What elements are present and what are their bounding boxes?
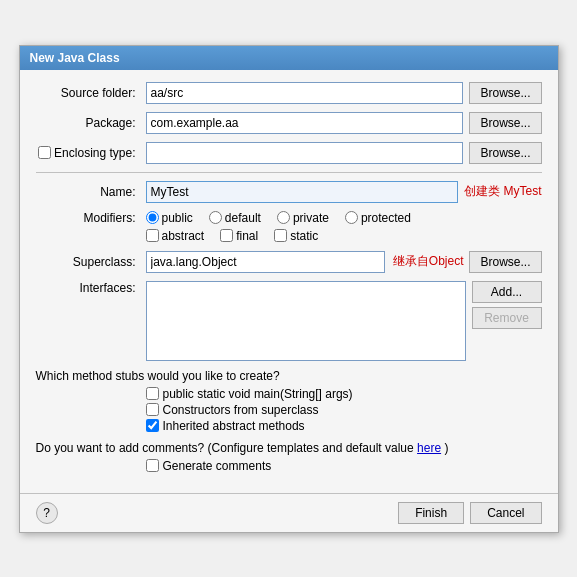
modifiers-section: public default private protected xyxy=(146,211,411,243)
comments-section: Do you want to add comments? (Configure … xyxy=(36,441,542,473)
stubs-inherited-checkbox[interactable] xyxy=(146,419,159,432)
superclass-input[interactable] xyxy=(146,251,385,273)
modifier-default-label[interactable]: default xyxy=(209,211,261,225)
modifiers-row: Modifiers: public default private xyxy=(36,211,542,243)
modifier-private-radio[interactable] xyxy=(277,211,290,224)
modifier-protected-label[interactable]: protected xyxy=(345,211,411,225)
stubs-inherited-option: Inherited abstract methods xyxy=(146,419,542,433)
stubs-constructors-option: Constructors from superclass xyxy=(146,403,542,417)
source-folder-label: Source folder: xyxy=(36,86,146,100)
comments-title: Do you want to add comments? (Configure … xyxy=(36,441,542,455)
dialog-body: Source folder: Browse... Package: Browse… xyxy=(20,70,558,493)
stubs-inherited-label: Inherited abstract methods xyxy=(163,419,305,433)
comments-link[interactable]: here xyxy=(417,441,441,455)
name-input[interactable] xyxy=(146,181,459,203)
footer-right: Finish Cancel xyxy=(398,502,541,524)
cancel-button[interactable]: Cancel xyxy=(470,502,541,524)
stubs-main-checkbox[interactable] xyxy=(146,387,159,400)
generate-comments-label: Generate comments xyxy=(163,459,272,473)
superclass-browse-button[interactable]: Browse... xyxy=(469,251,541,273)
modifier-static-label[interactable]: static xyxy=(274,229,318,243)
superclass-row: Superclass: 继承自Object Browse... xyxy=(36,251,542,273)
modifier-final-label[interactable]: final xyxy=(220,229,258,243)
enclosing-type-checkbox-label[interactable]: Enclosing type: xyxy=(38,146,135,160)
stubs-constructors-checkbox[interactable] xyxy=(146,403,159,416)
modifier-static-checkbox[interactable] xyxy=(274,229,287,242)
modifier-abstract-checkbox[interactable] xyxy=(146,229,159,242)
source-folder-browse-button[interactable]: Browse... xyxy=(469,82,541,104)
enclosing-type-input[interactable] xyxy=(146,142,464,164)
source-folder-row: Source folder: Browse... xyxy=(36,82,542,104)
modifier-static-text: static xyxy=(290,229,318,243)
stubs-main-label: public static void main(String[] args) xyxy=(163,387,353,401)
modifier-protected-radio[interactable] xyxy=(345,211,358,224)
modifier-abstract-text: abstract xyxy=(162,229,205,243)
modifier-private-text: private xyxy=(293,211,329,225)
help-button[interactable]: ? xyxy=(36,502,58,524)
interfaces-add-button[interactable]: Add... xyxy=(472,281,542,303)
stubs-title: Which method stubs would you like to cre… xyxy=(36,369,542,383)
modifier-private-label[interactable]: private xyxy=(277,211,329,225)
stubs-section: Which method stubs would you like to cre… xyxy=(36,369,542,433)
enclosing-type-row: Enclosing type: Browse... xyxy=(36,142,542,164)
package-browse-button[interactable]: Browse... xyxy=(469,112,541,134)
modifier-public-label[interactable]: public xyxy=(146,211,193,225)
dialog-footer: ? Finish Cancel xyxy=(20,493,558,532)
modifier-abstract-label[interactable]: abstract xyxy=(146,229,205,243)
interfaces-section: Interfaces: Add... Remove xyxy=(36,281,542,361)
modifiers-label: Modifiers: xyxy=(36,211,146,225)
modifiers-access-row: public default private protected xyxy=(146,211,411,225)
name-field: 创建类 MyTest xyxy=(146,181,542,203)
source-folder-input[interactable] xyxy=(146,82,464,104)
package-input[interactable] xyxy=(146,112,464,134)
package-label: Package: xyxy=(36,116,146,130)
superclass-label: Superclass: xyxy=(36,255,146,269)
generate-comments-checkbox[interactable] xyxy=(146,459,159,472)
modifier-public-text: public xyxy=(162,211,193,225)
interfaces-remove-button[interactable]: Remove xyxy=(472,307,542,329)
new-java-class-dialog: New Java Class Source folder: Browse... … xyxy=(19,45,559,533)
enclosing-type-label: Enclosing type: xyxy=(54,146,135,160)
modifiers-other-row: abstract final static xyxy=(146,229,411,243)
generate-comments-option: Generate comments xyxy=(146,459,542,473)
modifier-public-radio[interactable] xyxy=(146,211,159,224)
modifier-default-text: default xyxy=(225,211,261,225)
dialog-title-bar: New Java Class xyxy=(20,46,558,70)
modifier-final-text: final xyxy=(236,229,258,243)
modifier-protected-text: protected xyxy=(361,211,411,225)
package-field: Browse... xyxy=(146,112,542,134)
interfaces-buttons: Add... Remove xyxy=(472,281,542,361)
superclass-hint: 继承自Object xyxy=(393,253,464,270)
modifier-final-checkbox[interactable] xyxy=(220,229,233,242)
interfaces-label: Interfaces: xyxy=(36,281,146,361)
comments-title-text: Do you want to add comments? (Configure … xyxy=(36,441,414,455)
finish-button[interactable]: Finish xyxy=(398,502,464,524)
enclosing-type-field: Browse... xyxy=(146,142,542,164)
name-label: Name: xyxy=(36,185,146,199)
package-row: Package: Browse... xyxy=(36,112,542,134)
stubs-main-option: public static void main(String[] args) xyxy=(146,387,542,401)
comments-close-paren: ) xyxy=(444,441,448,455)
source-folder-field: Browse... xyxy=(146,82,542,104)
interfaces-content: Add... Remove xyxy=(146,281,542,361)
interfaces-list[interactable] xyxy=(146,281,466,361)
modifier-default-radio[interactable] xyxy=(209,211,222,224)
enclosing-type-checkbox[interactable] xyxy=(38,146,51,159)
separator-1 xyxy=(36,172,542,173)
footer-left: ? xyxy=(36,502,58,524)
enclosing-type-browse-button[interactable]: Browse... xyxy=(469,142,541,164)
name-row: Name: 创建类 MyTest xyxy=(36,181,542,203)
dialog-title: New Java Class xyxy=(30,51,120,65)
superclass-field: 继承自Object Browse... xyxy=(146,251,542,273)
name-hint: 创建类 MyTest xyxy=(464,183,541,200)
stubs-constructors-label: Constructors from superclass xyxy=(163,403,319,417)
enclosing-type-label-area: Enclosing type: xyxy=(36,146,146,160)
